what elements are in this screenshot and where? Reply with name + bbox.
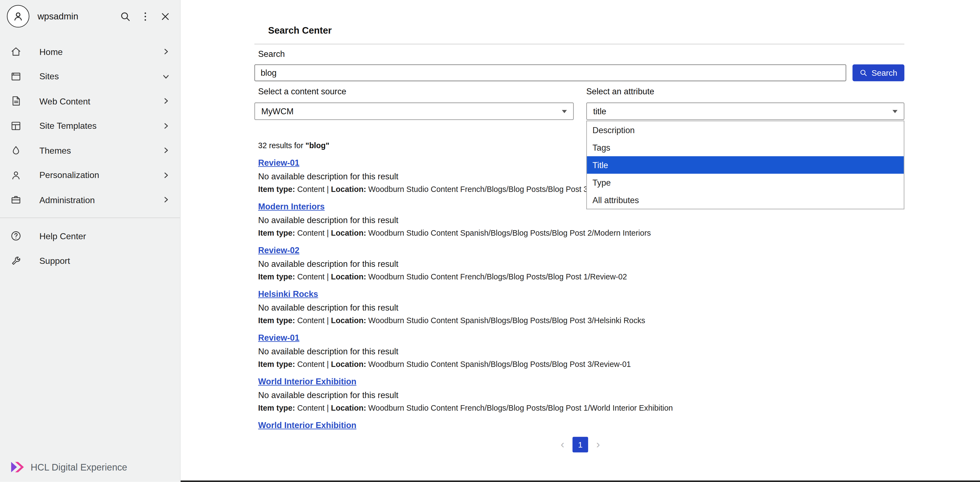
sidebar: wpsadmin Home Sites	[0, 0, 181, 482]
user-avatar[interactable]	[7, 5, 29, 27]
brand-footer: HCL Digital Experience	[10, 461, 127, 474]
sidebar-more-button[interactable]	[138, 10, 151, 23]
dropdown-option-description[interactable]: Description	[587, 121, 904, 138]
sidebar-divider	[0, 217, 180, 218]
result-title-link[interactable]: World Interior Exhibition	[258, 375, 356, 388]
pagination-page-1[interactable]: 1	[573, 437, 588, 452]
dropdown-option-type[interactable]: Type	[587, 173, 904, 191]
search-result: Helsinki Rocks No available description …	[258, 288, 889, 326]
sidebar-item-site-templates[interactable]: Site Templates	[0, 113, 180, 138]
chevron-right-icon	[161, 171, 170, 180]
chevron-down-icon	[892, 110, 897, 113]
results-summary: 32 results for "blog"	[258, 142, 329, 150]
result-description: No available description for this result	[258, 389, 889, 402]
result-title-link[interactable]: Review-01	[258, 332, 299, 345]
sidebar-item-sites[interactable]: Sites	[0, 64, 180, 89]
close-icon	[159, 10, 171, 22]
content-source-label: Select a content source	[258, 87, 346, 96]
search-input[interactable]	[254, 64, 846, 81]
result-title-link[interactable]: Review-01	[258, 157, 299, 170]
sidebar-item-web-content[interactable]: Web Content	[0, 89, 180, 113]
sidebar-item-themes[interactable]: Themes	[0, 138, 180, 163]
search-result: Review-02 No available description for t…	[258, 244, 889, 282]
attribute-value: title	[593, 107, 606, 116]
person-icon	[11, 9, 25, 23]
sites-icon	[10, 70, 22, 82]
result-description: No available description for this result	[258, 214, 889, 227]
header-divider	[254, 44, 904, 44]
result-title-link[interactable]: Modern Interiors	[258, 200, 325, 213]
attribute-label: Select an attribute	[586, 87, 654, 96]
dropdown-option-title[interactable]: Title	[587, 156, 904, 173]
result-title-link[interactable]: Review-02	[258, 244, 299, 257]
result-title-link[interactable]: Helsinki Rocks	[258, 288, 318, 301]
search-result: World Interior Exhibition	[258, 419, 889, 432]
search-button-label: Search	[872, 68, 897, 77]
result-meta: Item type: Content | Location: Woodburn …	[258, 402, 889, 414]
brand-name: HCL Digital Experience	[30, 462, 127, 472]
chevron-right-icon	[161, 121, 170, 130]
sidebar-actions	[119, 10, 171, 23]
sidebar-nav: Home Sites Web Content Site Templates Th…	[0, 39, 180, 212]
dropdown-option-tags[interactable]: Tags	[587, 138, 904, 156]
results-query: "blog"	[305, 142, 329, 150]
content-source-select[interactable]: MyWCM	[254, 102, 574, 120]
results-count: 32 results for	[258, 142, 305, 150]
sidebar-topbar: wpsadmin	[0, 4, 180, 29]
sidebar-item-personalization[interactable]: Personalization	[0, 163, 180, 187]
themes-icon	[10, 145, 22, 156]
sidebar-close-button[interactable]	[159, 10, 172, 23]
help-icon	[10, 230, 22, 242]
result-meta: Item type: Content | Location: Woodburn …	[258, 359, 889, 370]
search-result: World Interior Exhibition No available d…	[258, 375, 889, 414]
chevron-right-icon	[161, 146, 170, 155]
support-icon	[10, 255, 22, 267]
search-icon	[119, 10, 131, 22]
chevron-right-icon	[161, 196, 170, 204]
result-meta: Item type: Content | Location: Woodburn …	[258, 315, 889, 326]
search-field-label: Search	[258, 49, 285, 59]
sidebar-search-button[interactable]	[119, 10, 131, 23]
personalization-icon	[10, 169, 22, 181]
result-description: No available description for this result	[258, 345, 889, 358]
administration-icon	[10, 194, 22, 205]
chevron-right-icon	[161, 97, 170, 105]
sidebar-item-support[interactable]: Support	[0, 248, 180, 273]
attribute-dropdown: DescriptionTagsTitleTypeAll attributes	[586, 121, 904, 209]
page-title: Search Center	[268, 25, 332, 35]
kebab-menu-icon	[139, 10, 151, 22]
result-description: No available description for this result	[258, 258, 889, 270]
result-description: No available description for this result	[258, 301, 889, 314]
search-result: Review-01 No available description for t…	[258, 332, 889, 370]
dropdown-option-all-attributes[interactable]: All attributes	[587, 191, 904, 208]
result-title-link[interactable]: World Interior Exhibition	[258, 419, 356, 432]
username-label: wpsadmin	[37, 11, 78, 21]
result-meta: Item type: Content | Location: Woodburn …	[258, 227, 889, 239]
content-source-value: MyWCM	[261, 107, 293, 116]
bottom-edge	[181, 480, 980, 482]
chevron-down-icon	[562, 110, 567, 113]
sidebar-utility-nav: Help Center Support	[0, 224, 180, 273]
site-templates-icon	[10, 120, 22, 132]
pagination-next-button[interactable]: ›	[597, 437, 600, 452]
app: wpsadmin Home Sites	[0, 0, 980, 482]
search-center-page: Search Center Search Search Select a con…	[181, 0, 980, 482]
pagination: ‹ 1 ›	[181, 437, 980, 452]
search-icon	[860, 68, 868, 77]
attribute-select[interactable]: title	[586, 102, 904, 120]
sidebar-item-help-center[interactable]: Help Center	[0, 224, 180, 248]
chevron-down-icon	[161, 72, 170, 81]
result-meta: Item type: Content | Location: Woodburn …	[258, 271, 889, 282]
hcl-dx-logo-icon	[10, 461, 25, 474]
chevron-right-icon	[161, 47, 170, 56]
web-content-icon	[10, 95, 22, 107]
home-icon	[10, 46, 22, 57]
pagination-prev-button[interactable]: ‹	[560, 437, 565, 452]
sidebar-item-home[interactable]: Home	[0, 39, 180, 64]
sidebar-item-administration[interactable]: Administration	[0, 188, 180, 212]
search-button[interactable]: Search	[853, 64, 905, 81]
